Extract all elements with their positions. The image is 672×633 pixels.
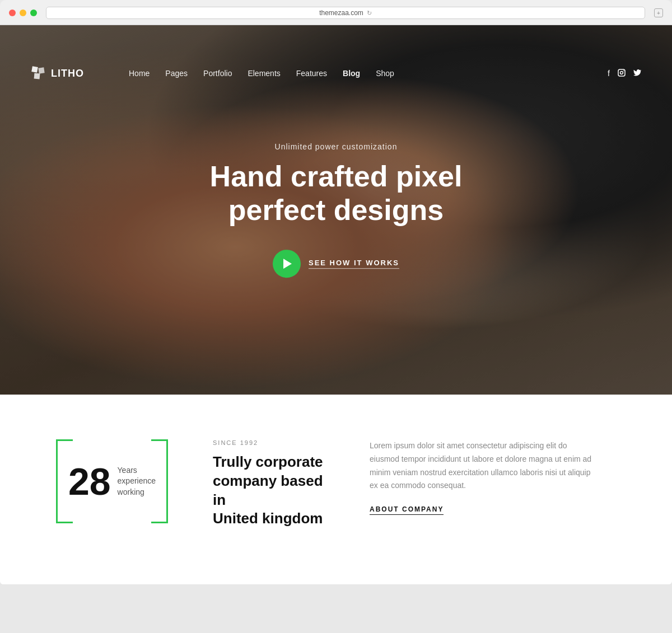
nav-links: Home Pages Portfolio Elements Features B… [129,69,394,78]
since-label: SINCE 1992 [213,439,325,446]
play-button[interactable] [273,250,301,278]
nav-elements[interactable]: Elements [248,69,280,78]
nav-shop[interactable]: Shop [376,69,394,78]
about-company-link[interactable]: ABOUT COMPANY [370,505,444,515]
years-content: 28 Years experience working [68,462,156,500]
browser-controls: themezaa.com ↻ + [9,7,663,19]
company-description: Lorem ipsum dolor sit amet consectetur a… [370,439,594,515]
company-title-line1: Trully corporate [213,453,323,470]
years-label: Years experience working [118,465,156,498]
company-title-line3: United kingdom [213,510,323,527]
fullscreen-button[interactable] [30,10,37,16]
svg-rect-3 [618,69,625,76]
browser-chrome: themezaa.com ↻ + [0,0,672,25]
nav-blog[interactable]: Blog [343,69,360,78]
years-number: 28 [68,462,111,500]
close-button[interactable] [9,10,16,16]
nav-portfolio[interactable]: Portfolio [203,69,232,78]
info-section: 28 Years experience working SINCE 1992 T… [0,395,672,584]
svg-point-5 [623,70,624,71]
company-title: Trully corporate company based in United… [213,453,325,528]
traffic-lights [9,10,37,16]
hero-content: Unlimited power customization Hand craft… [168,142,504,278]
nav-home[interactable]: Home [129,69,150,78]
hero-title: Hand crafted pixel perfect designs [168,160,504,227]
play-icon [283,259,292,269]
address-bar[interactable]: themezaa.com ↻ [46,7,645,19]
facebook-icon[interactable]: f [608,69,610,78]
years-label-line2: experience [118,476,156,487]
svg-rect-2 [34,73,40,79]
logo[interactable]: LITHO [31,65,84,81]
nav-pages[interactable]: Pages [165,69,188,78]
years-label-line1: Years [118,465,156,476]
hero-subtitle: Unlimited power customization [168,142,504,151]
nav-features[interactable]: Features [296,69,327,78]
website-container: LITHO Home Pages Portfolio Elements Feat… [0,25,672,584]
svg-point-4 [620,71,623,74]
cta-label[interactable]: SEE HOW IT WORKS [309,259,399,269]
refresh-icon[interactable]: ↻ [367,10,372,17]
navigation: LITHO Home Pages Portfolio Elements Feat… [20,58,652,89]
years-label-line3: working [118,487,156,498]
company-info: SINCE 1992 Trully corporate company base… [213,439,325,528]
svg-rect-1 [38,67,44,73]
instagram-icon[interactable] [618,69,626,78]
url-text: themezaa.com [319,9,363,17]
hero-cta: SEE HOW IT WORKS [168,250,504,278]
hero-section: LITHO Home Pages Portfolio Elements Feat… [0,25,672,395]
minimize-button[interactable] [20,10,26,16]
logo-text: LITHO [51,68,84,79]
logo-icon [31,65,46,81]
company-title-line2: company based in [213,472,323,508]
svg-rect-0 [31,66,38,73]
expand-button[interactable]: + [654,8,663,17]
description-text: Lorem ipsum dolor sit amet consectetur a… [370,439,594,493]
social-links: f [608,69,641,78]
years-experience-box: 28 Years experience working [56,439,168,523]
twitter-icon[interactable] [633,69,641,78]
